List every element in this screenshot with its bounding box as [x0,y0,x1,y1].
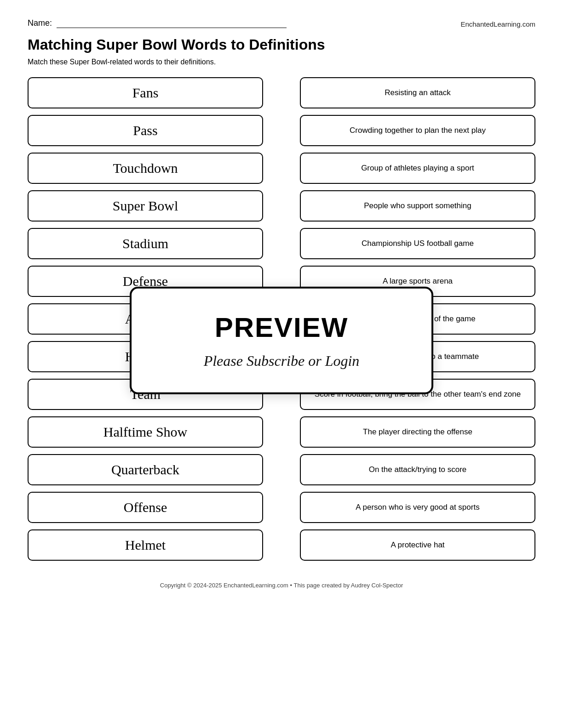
word-offense: Offense [28,492,263,523]
preview-title: PREVIEW [168,312,395,343]
name-input-line [57,19,287,28]
page-subtitle: Match these Super Bowl-related words to … [28,58,535,66]
preview-subtitle: Please Subscribe or Login [168,353,395,370]
page-title: Matching Super Bowl Words to Definitions [28,36,535,53]
word-fans: Fans [28,77,263,108]
name-label: Name: [28,18,52,28]
def-directing: The player directing the offense [300,416,535,448]
matching-grid: Fans Pass Touchdown Super Bowl Stadium D… [28,77,535,561]
def-people-support: People who support something [300,190,535,222]
word-halftimeshow: Halftime Show [28,416,263,448]
def-resisting: Resisting an attack [300,77,535,108]
preview-overlay: PREVIEW Please Subscribe or Login [130,287,433,394]
def-crowding: Crowding together to plan the next play [300,115,535,146]
site-url: EnchantedLearning.com [460,20,535,28]
def-group-athletes: Group of athletes playing a sport [300,153,535,184]
word-stadium: Stadium [28,228,263,259]
def-good-at-sports: A person who is very good at sports [300,492,535,523]
def-protective-hat: A protective hat [300,529,535,561]
word-touchdown: Touchdown [28,153,263,184]
word-helmet: Helmet [28,529,263,561]
word-superbowl: Super Bowl [28,190,263,222]
word-quarterback: Quarterback [28,454,263,485]
footer-text: Copyright © 2024-2025 EnchantedLearning.… [28,577,535,589]
def-championship: Championship US football game [300,228,535,259]
def-attack: On the attack/trying to score [300,454,535,485]
word-pass: Pass [28,115,263,146]
